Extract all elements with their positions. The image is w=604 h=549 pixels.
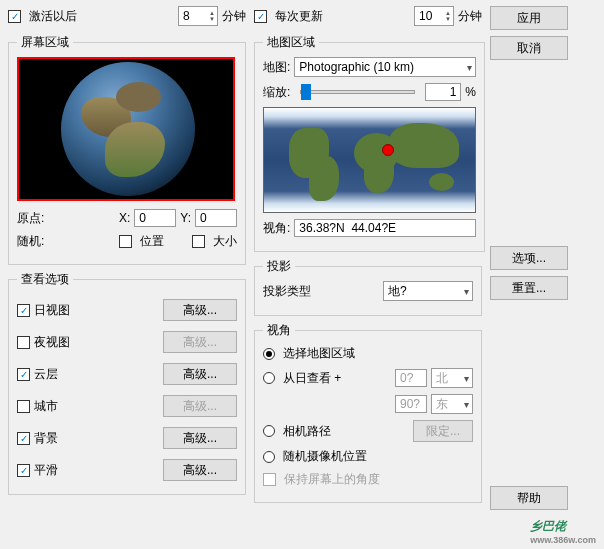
angle-input[interactable] <box>294 219 476 237</box>
projection-legend: 投影 <box>263 258 295 275</box>
update-every-spinner[interactable]: 10 ▲▼ <box>414 6 454 26</box>
options-button[interactable]: 选项... <box>490 246 568 270</box>
camera-limit-button: 限定... <box>413 420 473 442</box>
projection-type-label: 投影类型 <box>263 283 311 300</box>
camera-path-radio[interactable] <box>263 425 275 437</box>
view-opt-advanced-0[interactable]: 高级... <box>163 299 237 321</box>
position-label: 位置 <box>140 233 164 250</box>
view-opt-advanced-3: 高级... <box>163 395 237 417</box>
earth-preview[interactable] <box>17 57 235 201</box>
size-label: 大小 <box>213 233 237 250</box>
view-opt-checkbox-4[interactable]: ✓ <box>17 432 30 445</box>
map-label: 地图: <box>263 59 290 76</box>
random-cam-label: 随机摄像机位置 <box>283 448 367 465</box>
activate-after-checkbox[interactable]: ✓ <box>8 10 21 23</box>
spinner-buttons[interactable]: ▲▼ <box>209 10 215 22</box>
from-day-dir1: 北 <box>431 368 473 388</box>
camera-path-label: 相机路径 <box>283 423 331 440</box>
map-region-legend: 地图区域 <box>263 34 319 51</box>
view-opt-label-0: 日视图 <box>34 302 70 319</box>
from-day-label: 从日查看 + <box>283 370 341 387</box>
reset-button[interactable]: 重置... <box>490 276 568 300</box>
origin-x-input[interactable] <box>134 209 176 227</box>
from-day-val2 <box>395 395 427 413</box>
view-opt-label-2: 云层 <box>34 366 58 383</box>
view-opt-checkbox-5[interactable]: ✓ <box>17 464 30 477</box>
view-opt-checkbox-1[interactable] <box>17 336 30 349</box>
spinner-buttons[interactable]: ▲▼ <box>445 10 451 22</box>
origin-y-input[interactable] <box>195 209 237 227</box>
position-checkbox[interactable] <box>119 235 132 248</box>
view-opt-checkbox-2[interactable]: ✓ <box>17 368 30 381</box>
random-cam-radio[interactable] <box>263 451 275 463</box>
angle-label: 视角: <box>263 220 290 237</box>
update-every-unit: 分钟 <box>458 8 482 25</box>
view-angle-group: 视角 选择地图区域 从日查看 + 北 东 相机路径 限定... <box>254 322 482 503</box>
from-day-dir2: 东 <box>431 394 473 414</box>
cancel-button[interactable]: 取消 <box>490 36 568 60</box>
map-marker[interactable] <box>382 144 394 156</box>
view-opt-checkbox-0[interactable]: ✓ <box>17 304 30 317</box>
from-day-val1 <box>395 369 427 387</box>
zoom-label: 缩放: <box>263 84 290 101</box>
world-map[interactable] <box>263 107 476 213</box>
update-every-label: 每次更新 <box>275 8 323 25</box>
from-day-radio[interactable] <box>263 372 275 384</box>
x-label: X: <box>119 211 130 225</box>
keep-screen-checkbox <box>263 473 276 486</box>
zoom-slider[interactable] <box>300 90 415 94</box>
view-opt-label-5: 平滑 <box>34 462 58 479</box>
activate-after-label: 激活以后 <box>29 8 77 25</box>
update-every-checkbox[interactable]: ✓ <box>254 10 267 23</box>
help-button[interactable]: 帮助 <box>490 486 568 510</box>
select-region-radio[interactable] <box>263 348 275 360</box>
activate-after-spinner[interactable]: 8 ▲▼ <box>178 6 218 26</box>
apply-button[interactable]: 应用 <box>490 6 568 30</box>
view-angle-legend: 视角 <box>263 322 295 339</box>
view-opt-label-3: 城市 <box>34 398 58 415</box>
view-opt-advanced-4[interactable]: 高级... <box>163 427 237 449</box>
map-region-group: 地图区域 地图: Photographic (10 km) 缩放: % 视角: <box>254 34 485 252</box>
view-opt-checkbox-3[interactable] <box>17 400 30 413</box>
projection-group: 投影 投影类型 地? <box>254 258 482 316</box>
keep-screen-label: 保持屏幕上的角度 <box>284 471 380 488</box>
activate-after-unit: 分钟 <box>222 8 246 25</box>
random-label: 随机: <box>17 233 44 250</box>
view-opt-label-1: 夜视图 <box>34 334 70 351</box>
select-region-label: 选择地图区域 <box>283 345 355 362</box>
screen-region-group: 屏幕区域 原点: X: Y: 随机: 位置 大小 <box>8 34 246 265</box>
view-opt-advanced-1: 高级... <box>163 331 237 353</box>
view-opt-advanced-2[interactable]: 高级... <box>163 363 237 385</box>
view-opt-advanced-5[interactable]: 高级... <box>163 459 237 481</box>
watermark: 乡巴佬 www.386w.com <box>530 514 596 545</box>
projection-type-select[interactable]: 地? <box>383 281 473 301</box>
view-options-legend: 查看选项 <box>17 271 73 288</box>
zoom-unit: % <box>465 85 476 99</box>
view-opt-label-4: 背景 <box>34 430 58 447</box>
size-checkbox[interactable] <box>192 235 205 248</box>
view-options-group: 查看选项 ✓日视图高级...夜视图高级...✓云层高级...城市高级...✓背景… <box>8 271 246 495</box>
map-select[interactable]: Photographic (10 km) <box>294 57 476 77</box>
zoom-input[interactable] <box>425 83 461 101</box>
screen-region-legend: 屏幕区域 <box>17 34 73 51</box>
y-label: Y: <box>180 211 191 225</box>
origin-label: 原点: <box>17 210 44 227</box>
